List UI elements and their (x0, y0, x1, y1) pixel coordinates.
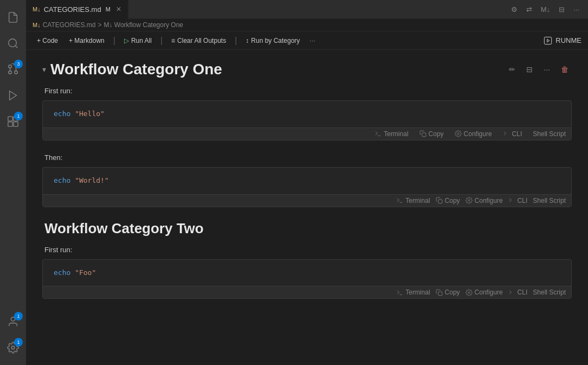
code-cell-1-toolbar: Terminal Copy Configure (43, 127, 571, 140)
code-cell-1-content[interactable]: echo "Hello" (43, 101, 571, 127)
toolbar-separator-2: | (160, 36, 163, 46)
more-cell-button[interactable]: ··· (540, 63, 553, 75)
section-two-title: Workflow Category Two (42, 220, 572, 237)
cli-icon-1 (503, 130, 510, 137)
split-editor-icon[interactable]: ⇄ (524, 4, 534, 15)
delete-cell-button[interactable]: 🗑 (558, 63, 572, 75)
copy-btn-3[interactable]: Copy (436, 289, 460, 296)
explorer-icon[interactable] (0, 4, 26, 30)
split-cell-button[interactable]: ⊟ (523, 63, 536, 75)
cli-btn-3[interactable]: CLI (508, 289, 528, 296)
file-tab[interactable]: M↓ CATEGORIES.md M ✕ (26, 0, 128, 19)
add-code-button[interactable]: + Code (33, 35, 62, 46)
layout-icon[interactable]: ⊟ (557, 4, 567, 15)
more-actions-icon[interactable]: ··· (571, 4, 581, 15)
code-cell-3-toolbar: Terminal Copy Configure (43, 286, 571, 298)
clear-outputs-icon: ≡ (171, 37, 175, 44)
activity-bar: 3 1 1 1 (0, 0, 26, 365)
clear-all-outputs-button[interactable]: ≡ Clear All Outputs (167, 35, 230, 46)
run-by-category-button[interactable]: ↕ Run by Category (241, 35, 304, 46)
code-cell-2: echo "World!" Terminal Copy (42, 167, 572, 207)
run-all-label: Run All (131, 37, 152, 44)
copy-icon-2 (436, 197, 443, 204)
svg-point-12 (11, 346, 15, 349)
cell-2-label: Then: (42, 153, 572, 162)
cell-1-label: First run: (42, 87, 572, 95)
copy-icon-1 (419, 130, 427, 137)
svg-rect-18 (438, 200, 442, 203)
breadcrumb-section[interactable]: M↓ Workflow Category One (104, 21, 183, 29)
svg-rect-9 (8, 122, 12, 126)
cli-icon-3 (508, 289, 515, 296)
toolbar-separator-1: | (113, 36, 115, 46)
settings-gear-icon[interactable]: ⚙ (509, 4, 520, 15)
clear-outputs-label: Clear All Outputs (177, 37, 226, 44)
markdown-icon[interactable]: M↓ (539, 4, 552, 15)
terminal-btn-3[interactable]: Terminal (396, 289, 430, 296)
run-by-category-label: Run by Category (251, 37, 300, 44)
extensions-icon[interactable]: 1 (0, 108, 26, 135)
code-keyword-3: echo (54, 268, 70, 277)
run-by-category-icon: ↕ (245, 37, 249, 44)
run-icon[interactable] (0, 82, 26, 108)
cell-3-label: First run: (42, 246, 572, 254)
configure-btn-3[interactable]: Configure (466, 289, 503, 296)
svg-line-1 (15, 46, 17, 48)
run-all-button[interactable]: ▷ Run All (120, 35, 156, 46)
terminal-icon-1 (374, 130, 382, 137)
runme-label: RUNME (555, 36, 581, 44)
search-icon[interactable] (0, 30, 26, 56)
editor-area: M↓ CATEGORIES.md M ✕ ⚙ ⇄ M↓ ⊟ ··· M↓ CAT… (26, 0, 588, 365)
shell-script-label-3: Shell Script (533, 289, 566, 296)
notebook-content: ▾ Workflow Category One ✏ ⊟ ··· 🗑 First … (26, 50, 588, 365)
svg-point-19 (468, 200, 469, 201)
tab-bar: M↓ CATEGORIES.md M ✕ ⚙ ⇄ M↓ ⊟ ··· (26, 0, 588, 19)
code-keyword-1: echo (54, 110, 70, 118)
terminal-icon-3 (396, 289, 403, 296)
cli-btn-2[interactable]: CLI (508, 197, 528, 204)
cli-btn-1[interactable]: CLI (503, 130, 522, 138)
cell-action-buttons: ✏ ⊟ ··· 🗑 (506, 63, 572, 75)
account-icon[interactable]: 1 (0, 309, 26, 335)
run-all-icon: ▷ (124, 37, 129, 44)
copy-icon-3 (436, 289, 443, 296)
shell-script-label-2: Shell Script (533, 197, 566, 204)
svg-rect-7 (8, 117, 12, 121)
svg-rect-13 (545, 37, 552, 44)
section-one-header: ▾ Workflow Category One ✏ ⊟ ··· 🗑 (42, 61, 572, 78)
copy-btn-1[interactable]: Copy (419, 130, 444, 138)
terminal-btn-1[interactable]: Terminal (374, 130, 408, 138)
add-markdown-button[interactable]: + Markdown (64, 35, 109, 46)
toolbar-separator-3: | (235, 36, 237, 46)
configure-btn-2[interactable]: Configure (466, 197, 503, 204)
breadcrumb-file[interactable]: CATEGORIES.md (43, 21, 96, 29)
code-cell-3-content[interactable]: echo "Foo" (43, 260, 571, 286)
svg-rect-10 (14, 122, 18, 126)
runme-badge: RUNME (544, 36, 581, 45)
edit-cell-button[interactable]: ✏ (506, 63, 519, 75)
configure-icon-2 (466, 197, 473, 204)
runme-icon (544, 36, 552, 45)
code-string-3: "Foo" (75, 268, 96, 277)
svg-marker-6 (10, 91, 17, 100)
breadcrumb-separator: > (98, 21, 101, 29)
toolbar-more-button[interactable]: ··· (306, 35, 319, 46)
extensions-badge: 1 (14, 112, 23, 120)
add-markdown-label: + Markdown (69, 37, 105, 44)
terminal-btn-2[interactable]: Terminal (396, 197, 430, 204)
copy-btn-2[interactable]: Copy (436, 197, 460, 204)
code-keyword-2: echo (54, 176, 70, 184)
code-cell-2-toolbar: Terminal Copy Configure (43, 194, 571, 207)
tab-close-icon[interactable]: ✕ (116, 5, 121, 13)
settings-icon[interactable]: 1 (0, 335, 26, 361)
code-string-1: "Hello" (75, 110, 105, 118)
source-control-icon[interactable]: 3 (0, 56, 26, 82)
breadcrumb-file-icon: M↓ (33, 22, 41, 28)
collapse-arrow-icon[interactable]: ▾ (42, 65, 46, 74)
configure-btn-1[interactable]: Configure (455, 130, 492, 138)
svg-point-0 (9, 39, 17, 47)
svg-rect-15 (422, 133, 425, 137)
tab-file-icon: M↓ (33, 6, 41, 12)
svg-point-16 (457, 133, 458, 135)
code-cell-2-content[interactable]: echo "World!" (43, 168, 571, 194)
